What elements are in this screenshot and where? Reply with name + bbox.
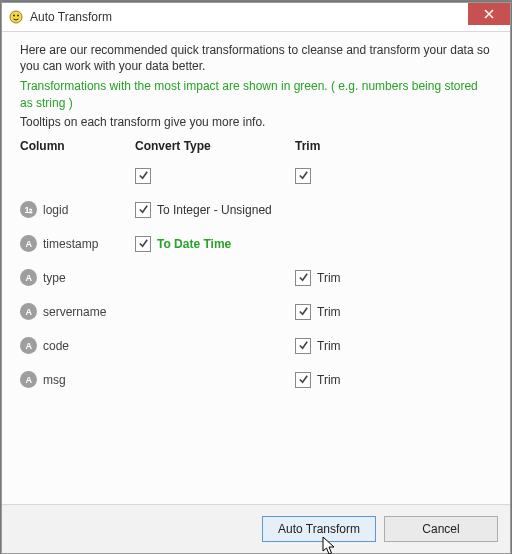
column-name: type xyxy=(43,271,66,285)
trim-label: Trim xyxy=(317,339,341,353)
tooltips-text: Tooltips on each transform give you more… xyxy=(20,115,492,129)
trim-cell xyxy=(295,227,492,261)
svg-point-1 xyxy=(13,15,15,17)
header-convert: Convert Type xyxy=(135,139,295,159)
column-name: timestamp xyxy=(43,237,98,251)
dialog-window: Auto Transform Here are our recommended … xyxy=(1,2,511,554)
master-convert-checkbox[interactable] xyxy=(135,168,151,184)
number-type-icon: 1₂ xyxy=(20,201,37,218)
column-cell: 1₂logid xyxy=(20,193,135,227)
column-cell: Aservername xyxy=(20,295,135,329)
convert-checkbox[interactable] xyxy=(135,236,151,252)
column-cell: Amsg xyxy=(20,363,135,397)
header-column: Column xyxy=(20,139,135,159)
text-type-icon: A xyxy=(20,269,37,286)
text-type-icon: A xyxy=(20,303,37,320)
column-cell: Atype xyxy=(20,261,135,295)
transform-grid: Column Convert Type Trim 1₂logidTo Integ… xyxy=(20,139,492,397)
cancel-button[interactable]: Cancel xyxy=(384,516,498,542)
auto-transform-button[interactable]: Auto Transform xyxy=(262,516,376,542)
convert-checkbox[interactable] xyxy=(135,202,151,218)
footer: Auto Transform Cancel xyxy=(2,504,510,553)
column-cell: Acode xyxy=(20,329,135,363)
trim-label: Trim xyxy=(317,271,341,285)
column-name: servername xyxy=(43,305,106,319)
trim-checkbox[interactable] xyxy=(295,270,311,286)
content-area: Here are our recommended quick transform… xyxy=(2,32,510,504)
header-trim: Trim xyxy=(295,139,492,159)
intro-text: Here are our recommended quick transform… xyxy=(20,42,492,74)
svg-point-0 xyxy=(10,11,22,23)
convert-cell xyxy=(135,363,295,397)
convert-label: To Date Time xyxy=(157,237,231,251)
column-cell: Atimestamp xyxy=(20,227,135,261)
convert-cell xyxy=(135,295,295,329)
impact-text: Transformations with the most impact are… xyxy=(20,78,492,110)
trim-checkbox[interactable] xyxy=(295,372,311,388)
master-convert-cell xyxy=(135,159,295,193)
trim-cell: Trim xyxy=(295,363,492,397)
column-name: code xyxy=(43,339,69,353)
convert-label: To Integer - Unsigned xyxy=(157,203,272,217)
titlebar: Auto Transform xyxy=(2,3,510,32)
master-trim-cell xyxy=(295,159,492,193)
trim-checkbox[interactable] xyxy=(295,304,311,320)
convert-cell xyxy=(135,261,295,295)
text-type-icon: A xyxy=(20,235,37,252)
convert-cell: To Date Time xyxy=(135,227,295,261)
svg-point-2 xyxy=(17,15,19,17)
app-icon xyxy=(8,9,24,25)
trim-cell: Trim xyxy=(295,261,492,295)
convert-cell xyxy=(135,329,295,363)
master-trim-checkbox[interactable] xyxy=(295,168,311,184)
window-title: Auto Transform xyxy=(30,10,112,24)
trim-label: Trim xyxy=(317,373,341,387)
trim-cell: Trim xyxy=(295,329,492,363)
trim-checkbox[interactable] xyxy=(295,338,311,354)
column-name: logid xyxy=(43,203,68,217)
column-name: msg xyxy=(43,373,66,387)
convert-cell: To Integer - Unsigned xyxy=(135,193,295,227)
trim-cell: Trim xyxy=(295,295,492,329)
text-type-icon: A xyxy=(20,337,37,354)
text-type-icon: A xyxy=(20,371,37,388)
master-column-cell xyxy=(20,159,135,193)
trim-cell xyxy=(295,193,492,227)
close-button[interactable] xyxy=(468,3,510,25)
close-icon xyxy=(484,9,494,19)
trim-label: Trim xyxy=(317,305,341,319)
